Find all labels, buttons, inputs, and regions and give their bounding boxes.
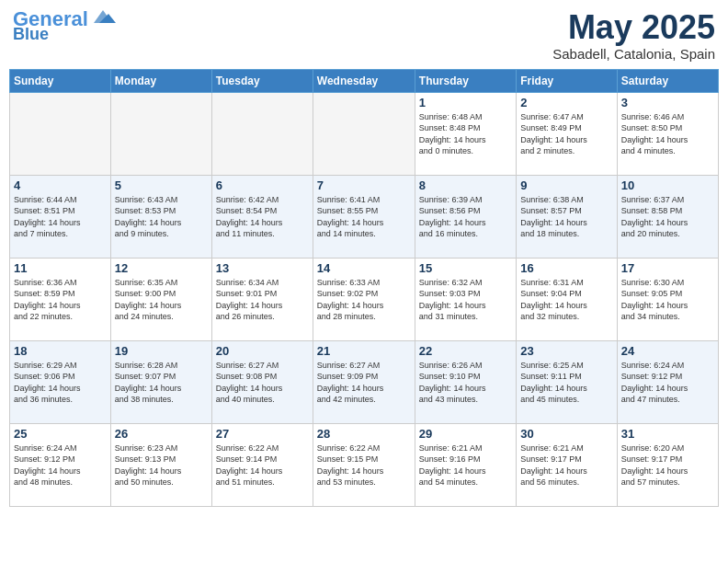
- day-info: Sunrise: 6:22 AM Sunset: 9:14 PM Dayligh…: [216, 442, 309, 488]
- day-info: Sunrise: 6:44 AM Sunset: 8:51 PM Dayligh…: [14, 194, 107, 240]
- calendar-cell: 11Sunrise: 6:36 AM Sunset: 8:59 PM Dayli…: [10, 258, 111, 340]
- calendar-cell: 12Sunrise: 6:35 AM Sunset: 9:00 PM Dayli…: [110, 258, 211, 340]
- calendar-cell: 20Sunrise: 6:27 AM Sunset: 9:08 PM Dayli…: [211, 340, 313, 423]
- calendar-cell: 25Sunrise: 6:24 AM Sunset: 9:12 PM Dayli…: [10, 423, 111, 506]
- calendar-cell: 13Sunrise: 6:34 AM Sunset: 9:01 PM Dayli…: [211, 258, 313, 340]
- calendar-cell: [211, 92, 313, 175]
- day-number: 31: [621, 427, 714, 441]
- logo-icon: [90, 8, 116, 27]
- day-info: Sunrise: 6:24 AM Sunset: 9:12 PM Dayligh…: [14, 442, 107, 488]
- calendar-cell: 22Sunrise: 6:26 AM Sunset: 9:10 PM Dayli…: [415, 340, 516, 423]
- day-number: 21: [317, 344, 411, 358]
- day-info: Sunrise: 6:31 AM Sunset: 9:04 PM Dayligh…: [520, 277, 612, 323]
- day-info: Sunrise: 6:22 AM Sunset: 9:15 PM Dayligh…: [317, 442, 411, 488]
- day-info: Sunrise: 6:30 AM Sunset: 9:05 PM Dayligh…: [621, 277, 714, 323]
- day-info: Sunrise: 6:23 AM Sunset: 9:13 PM Dayligh…: [115, 442, 208, 488]
- day-number: 10: [621, 178, 714, 192]
- day-number: 5: [115, 178, 208, 192]
- calendar-week-row: 1Sunrise: 6:48 AM Sunset: 8:48 PM Daylig…: [10, 92, 719, 175]
- calendar-cell: 24Sunrise: 6:24 AM Sunset: 9:12 PM Dayli…: [617, 340, 718, 423]
- day-number: 22: [419, 344, 512, 358]
- day-number: 3: [621, 96, 714, 109]
- day-number: 23: [520, 344, 612, 358]
- day-info: Sunrise: 6:26 AM Sunset: 9:10 PM Dayligh…: [419, 360, 512, 406]
- day-info: Sunrise: 6:33 AM Sunset: 9:02 PM Dayligh…: [317, 277, 411, 323]
- calendar-cell: [10, 92, 111, 175]
- calendar-subtitle: Sabadell, Catalonia, Spain: [552, 46, 715, 62]
- weekday-header-friday: Friday: [517, 69, 617, 92]
- day-number: 12: [115, 261, 208, 275]
- day-info: Sunrise: 6:32 AM Sunset: 9:03 PM Dayligh…: [419, 277, 512, 323]
- day-info: Sunrise: 6:28 AM Sunset: 9:07 PM Dayligh…: [115, 360, 208, 406]
- calendar-cell: 15Sunrise: 6:32 AM Sunset: 9:03 PM Dayli…: [415, 258, 516, 340]
- day-number: 20: [216, 344, 309, 358]
- day-number: 24: [621, 344, 714, 358]
- calendar-cell: 17Sunrise: 6:30 AM Sunset: 9:05 PM Dayli…: [617, 258, 718, 340]
- day-number: 19: [115, 344, 208, 358]
- day-number: 8: [419, 178, 512, 192]
- weekday-header-sunday: Sunday: [10, 69, 111, 92]
- calendar-cell: 26Sunrise: 6:23 AM Sunset: 9:13 PM Dayli…: [110, 423, 211, 506]
- calendar-cell: [110, 92, 211, 175]
- calendar-cell: 3Sunrise: 6:46 AM Sunset: 8:50 PM Daylig…: [617, 92, 718, 175]
- day-number: 6: [216, 178, 309, 192]
- calendar-cell: 2Sunrise: 6:47 AM Sunset: 8:49 PM Daylig…: [517, 92, 617, 175]
- day-number: 28: [317, 427, 411, 441]
- calendar-cell: 9Sunrise: 6:38 AM Sunset: 8:57 PM Daylig…: [517, 175, 617, 258]
- calendar-cell: 28Sunrise: 6:22 AM Sunset: 9:15 PM Dayli…: [313, 423, 415, 506]
- weekday-header-saturday: Saturday: [617, 69, 718, 92]
- day-number: 27: [216, 427, 309, 441]
- title-area: May 2025 Sabadell, Catalonia, Spain: [552, 9, 715, 62]
- calendar-cell: 4Sunrise: 6:44 AM Sunset: 8:51 PM Daylig…: [10, 175, 111, 258]
- day-number: 30: [520, 427, 612, 441]
- calendar-cell: 1Sunrise: 6:48 AM Sunset: 8:48 PM Daylig…: [415, 92, 516, 175]
- day-info: Sunrise: 6:27 AM Sunset: 9:09 PM Dayligh…: [317, 360, 411, 406]
- day-number: 9: [520, 178, 612, 192]
- calendar-cell: 30Sunrise: 6:21 AM Sunset: 9:17 PM Dayli…: [517, 423, 617, 506]
- day-number: 18: [14, 344, 107, 358]
- calendar-cell: 19Sunrise: 6:28 AM Sunset: 9:07 PM Dayli…: [110, 340, 211, 423]
- calendar-cell: 14Sunrise: 6:33 AM Sunset: 9:02 PM Dayli…: [313, 258, 415, 340]
- day-info: Sunrise: 6:39 AM Sunset: 8:56 PM Dayligh…: [419, 194, 512, 240]
- day-number: 26: [115, 427, 208, 441]
- day-number: 25: [14, 427, 107, 441]
- calendar-week-row: 4Sunrise: 6:44 AM Sunset: 8:51 PM Daylig…: [10, 175, 719, 258]
- day-number: 17: [621, 261, 714, 275]
- day-info: Sunrise: 6:36 AM Sunset: 8:59 PM Dayligh…: [14, 277, 107, 323]
- day-number: 7: [317, 178, 411, 192]
- calendar-cell: 23Sunrise: 6:25 AM Sunset: 9:11 PM Dayli…: [517, 340, 617, 423]
- day-info: Sunrise: 6:48 AM Sunset: 8:48 PM Dayligh…: [419, 111, 512, 157]
- calendar-title: May 2025: [552, 9, 715, 46]
- calendar-cell: 21Sunrise: 6:27 AM Sunset: 9:09 PM Dayli…: [313, 340, 415, 423]
- day-number: 11: [14, 261, 107, 275]
- day-info: Sunrise: 6:34 AM Sunset: 9:01 PM Dayligh…: [216, 277, 309, 323]
- calendar-week-row: 11Sunrise: 6:36 AM Sunset: 8:59 PM Dayli…: [10, 258, 719, 340]
- day-number: 1: [419, 96, 512, 109]
- logo-blue: Blue: [13, 26, 49, 42]
- day-number: 14: [317, 261, 411, 275]
- day-info: Sunrise: 6:21 AM Sunset: 9:16 PM Dayligh…: [419, 442, 512, 488]
- weekday-header-thursday: Thursday: [415, 69, 516, 92]
- weekday-header-monday: Monday: [110, 69, 211, 92]
- day-info: Sunrise: 6:42 AM Sunset: 8:54 PM Dayligh…: [216, 194, 309, 240]
- day-info: Sunrise: 6:43 AM Sunset: 8:53 PM Dayligh…: [115, 194, 208, 240]
- calendar-body: 1Sunrise: 6:48 AM Sunset: 8:48 PM Daylig…: [10, 92, 719, 506]
- calendar-cell: [313, 92, 415, 175]
- calendar-cell: 8Sunrise: 6:39 AM Sunset: 8:56 PM Daylig…: [415, 175, 516, 258]
- day-number: 15: [419, 261, 512, 275]
- day-number: 4: [14, 178, 107, 192]
- day-number: 2: [520, 96, 612, 109]
- weekday-header-row: SundayMondayTuesdayWednesdayThursdayFrid…: [10, 69, 719, 92]
- calendar-cell: 29Sunrise: 6:21 AM Sunset: 9:16 PM Dayli…: [415, 423, 516, 506]
- day-info: Sunrise: 6:24 AM Sunset: 9:12 PM Dayligh…: [621, 360, 714, 406]
- calendar-cell: 10Sunrise: 6:37 AM Sunset: 8:58 PM Dayli…: [617, 175, 718, 258]
- day-info: Sunrise: 6:25 AM Sunset: 9:11 PM Dayligh…: [520, 360, 612, 406]
- day-info: Sunrise: 6:29 AM Sunset: 9:06 PM Dayligh…: [14, 360, 107, 406]
- logo: General Blue: [13, 9, 116, 42]
- day-number: 29: [419, 427, 512, 441]
- day-info: Sunrise: 6:37 AM Sunset: 8:58 PM Dayligh…: [621, 194, 714, 240]
- day-info: Sunrise: 6:20 AM Sunset: 9:17 PM Dayligh…: [621, 442, 714, 488]
- calendar-cell: 7Sunrise: 6:41 AM Sunset: 8:55 PM Daylig…: [313, 175, 415, 258]
- calendar-cell: 18Sunrise: 6:29 AM Sunset: 9:06 PM Dayli…: [10, 340, 111, 423]
- day-info: Sunrise: 6:35 AM Sunset: 9:00 PM Dayligh…: [115, 277, 208, 323]
